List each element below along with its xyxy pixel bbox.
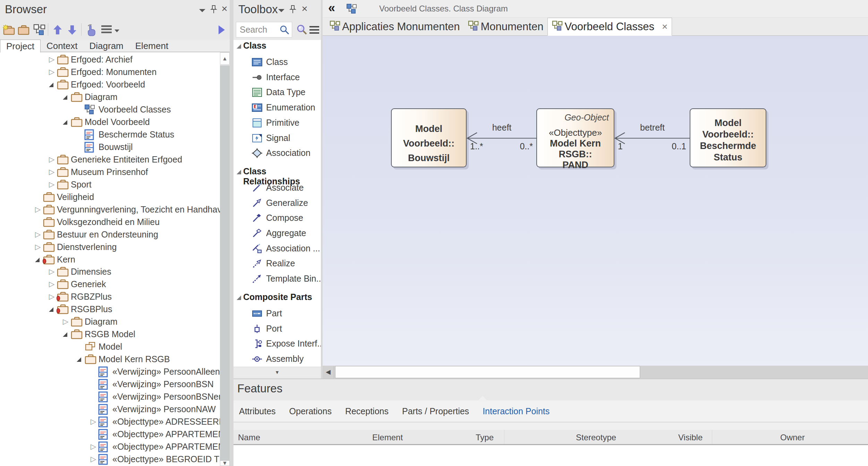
tree-item-museum-prinsenhof[interactable]: ▷Museum Prinsenhof bbox=[0, 166, 220, 178]
tree-item-verwijzing-persoonalleenn[interactable]: «Verwijzing» PersoonAlleenN bbox=[0, 365, 220, 378]
collapse-icon[interactable] bbox=[63, 332, 67, 337]
hand-pointer-icon[interactable] bbox=[85, 24, 97, 35]
toolbox-item-interface[interactable]: Interface bbox=[233, 70, 321, 85]
toolbox-item-aggregate[interactable]: Aggregate bbox=[233, 226, 321, 241]
expand-icon[interactable]: ▷ bbox=[49, 290, 54, 303]
toolbox-scroll-down[interactable]: ▼ bbox=[233, 367, 321, 377]
browser-scrollbar[interactable]: ▲ ▼ bbox=[220, 52, 230, 466]
expand-icon[interactable]: ▷ bbox=[35, 228, 41, 241]
browser-pin-icon[interactable] bbox=[209, 4, 218, 13]
toolbox-item-part[interactable]: Part bbox=[233, 306, 321, 321]
toolbox-item-primitive[interactable]: Primitive bbox=[233, 115, 321, 131]
hscrollbar-thumb[interactable] bbox=[335, 366, 640, 378]
expand-icon[interactable]: ▷ bbox=[49, 265, 54, 278]
toolbox-section-class[interactable]: Class bbox=[233, 40, 321, 55]
tree-item-bouwstijl[interactable]: Bouwstijl bbox=[0, 141, 220, 153]
panel-splitter[interactable] bbox=[230, 0, 233, 466]
collapse-icon[interactable] bbox=[63, 120, 67, 125]
tree-item-rsgbplus[interactable]: RSGBPlus bbox=[0, 303, 220, 315]
expand-icon[interactable]: ▷ bbox=[91, 415, 96, 428]
toolbox-dropdown-icon[interactable] bbox=[277, 6, 286, 15]
uml-class-beschermde-status[interactable]: Model Voorbeeld::Beschermde Status bbox=[690, 108, 766, 167]
scrollbar-thumb[interactable] bbox=[220, 65, 230, 460]
expand-icon[interactable]: ▷ bbox=[49, 53, 54, 66]
expand-icon[interactable]: ▷ bbox=[35, 203, 41, 216]
close-tab-icon[interactable]: × bbox=[662, 21, 667, 32]
toolbox-item-expose-interf[interactable]: Expose Interf... bbox=[233, 336, 321, 351]
collapse-chevron-icon[interactable]: « bbox=[328, 1, 335, 15]
collapse-icon[interactable] bbox=[63, 95, 67, 100]
tree-item-kern[interactable]: Kern bbox=[0, 253, 220, 266]
magnifier-zoom-icon[interactable] bbox=[296, 24, 308, 37]
toolbox-section-composite-parts[interactable]: Composite Parts bbox=[233, 291, 321, 306]
diagram-hscrollbar[interactable]: ◀ bbox=[323, 366, 868, 378]
tree-item-erfgoed-monumenten[interactable]: ▷Erfgoed: Monumenten bbox=[0, 66, 220, 78]
expand-icon[interactable]: ▷ bbox=[49, 278, 54, 290]
folder-icon[interactable] bbox=[17, 24, 29, 35]
menu-caret-icon[interactable] bbox=[114, 30, 119, 32]
expand-play-icon[interactable] bbox=[216, 24, 228, 35]
toolbox-item-association[interactable]: Association bbox=[233, 145, 321, 161]
tree-item-erfgoed-voorbeeld[interactable]: Erfgoed: Voorbeeld bbox=[0, 78, 220, 91]
tree-item-verwijzing-persoonbsn[interactable]: «Verwijzing» PersoonBSN bbox=[0, 378, 220, 390]
tree-item-vergunningverlening-toezicht-en-handhavi[interactable]: ▷Vergunningverlening, Toezicht en Handha… bbox=[0, 203, 220, 216]
move-down-icon[interactable] bbox=[67, 24, 78, 35]
tree-item-bestuur-en-ondersteuning[interactable]: ▷Bestuur en Ondersteuning bbox=[0, 228, 220, 241]
column-header-name[interactable]: Name bbox=[238, 433, 260, 442]
browser-tab-project[interactable]: Project bbox=[0, 40, 41, 52]
toolbox-item-data-type[interactable]: Data Type bbox=[233, 85, 321, 100]
collapse-icon[interactable] bbox=[49, 83, 53, 87]
tree-item-objecttype-begroeid-ter[interactable]: ▷«Objecttype» BEGROEID TER bbox=[0, 453, 220, 465]
scroll-down-button[interactable]: ▼ bbox=[220, 460, 230, 466]
features-tab-parts-properties[interactable]: Parts / Properties bbox=[402, 406, 469, 416]
toolbox-item-signal[interactable]: Signal bbox=[233, 131, 321, 146]
tree-item-objecttype-adresseerbaa[interactable]: ▷«Objecttype» ADRESSEERBAA bbox=[0, 415, 220, 428]
toolbox-item-enumeration[interactable]: EEnumeration bbox=[233, 100, 321, 115]
uml-class-pand[interactable]: Geo-Object«Objecttype»Model Kern RSGB::P… bbox=[536, 108, 614, 167]
expand-icon[interactable]: ▷ bbox=[49, 178, 54, 191]
column-header-stereotype[interactable]: Stereotype bbox=[576, 433, 616, 442]
menu-icon[interactable] bbox=[101, 24, 112, 35]
tree-item-diagram[interactable]: Diagram bbox=[0, 91, 220, 103]
new-model-folder-icon[interactable] bbox=[3, 24, 15, 35]
tree-item-model-kern-rsgb[interactable]: Model Kern RSGB bbox=[0, 353, 220, 365]
tree-item-beschermde-status[interactable]: Beschermde Status bbox=[0, 128, 220, 141]
diagram-canvas[interactable]: Model Voorbeeld::BouwstijlGeo-Object«Obj… bbox=[323, 36, 868, 366]
column-header-visible[interactable]: Visible bbox=[678, 433, 703, 442]
tree-item-verwijzing-persoonnaw[interactable]: «Verwijzing» PersoonNAW bbox=[0, 403, 220, 415]
expand-icon[interactable]: ▷ bbox=[49, 153, 54, 166]
tree-item-model[interactable]: Model bbox=[0, 340, 220, 353]
toolbox-close-icon[interactable]: × bbox=[300, 5, 309, 14]
tree-item-rgbzplus[interactable]: ▷RGBZPlus bbox=[0, 290, 220, 303]
toolbox-section-class-relationships[interactable]: Class Relationships bbox=[233, 166, 321, 180]
features-tab-interaction-points[interactable]: Interaction Points bbox=[483, 406, 550, 416]
toolbox-item-generalize[interactable]: Generalize bbox=[233, 195, 321, 211]
toolbox-item-port[interactable]: Port bbox=[233, 321, 321, 336]
column-header-element[interactable]: Element bbox=[372, 433, 403, 442]
toolbox-pin-icon[interactable] bbox=[288, 4, 297, 13]
scroll-up-button[interactable]: ▲ bbox=[220, 52, 230, 65]
tree-item-objecttype-appartement[interactable]: «Objecttype» APPARTEMENT bbox=[0, 428, 220, 440]
tree-item-veiligheid[interactable]: Veiligheid bbox=[0, 191, 220, 203]
collapse-icon[interactable] bbox=[77, 357, 81, 362]
toolbox-item-realize[interactable]: Realize bbox=[233, 256, 321, 271]
tree-item-erfgoed-archief[interactable]: ▷Erfgoed: Archief bbox=[0, 53, 220, 66]
tree-item-generiek[interactable]: ▷Generiek bbox=[0, 278, 220, 290]
toolbox-item-associate[interactable]: Associate bbox=[233, 180, 321, 195]
scroll-left-button[interactable]: ◀ bbox=[323, 366, 334, 378]
toolbox-item-compose[interactable]: Compose bbox=[233, 210, 321, 226]
diagram-tab-applicaties-monumenten[interactable]: Applicaties Monumenten bbox=[325, 18, 464, 35]
toolbox-item-assembly[interactable]: Assembly bbox=[233, 351, 321, 367]
diagram-view-icon[interactable] bbox=[33, 24, 45, 35]
expand-icon[interactable]: ▷ bbox=[49, 166, 54, 178]
collapse-icon[interactable] bbox=[49, 307, 53, 312]
tree-item-generieke-entiteiten-erfgoed[interactable]: ▷Generieke Entiteiten Erfgoed bbox=[0, 153, 220, 166]
tree-item-dimensies[interactable]: ▷Dimensies bbox=[0, 265, 220, 278]
expand-icon[interactable]: ▷ bbox=[63, 315, 68, 328]
uml-class-bouwstijl[interactable]: Model Voorbeeld::Bouwstijl bbox=[391, 108, 467, 167]
expand-icon[interactable]: ▷ bbox=[91, 453, 96, 465]
features-tab-operations[interactable]: Operations bbox=[289, 406, 332, 416]
browser-tab-context[interactable]: Context bbox=[41, 40, 84, 52]
column-header-owner[interactable]: Owner bbox=[780, 433, 805, 442]
tree-item-voorbeeld-classes[interactable]: Voorbeeld Classes bbox=[0, 103, 220, 116]
